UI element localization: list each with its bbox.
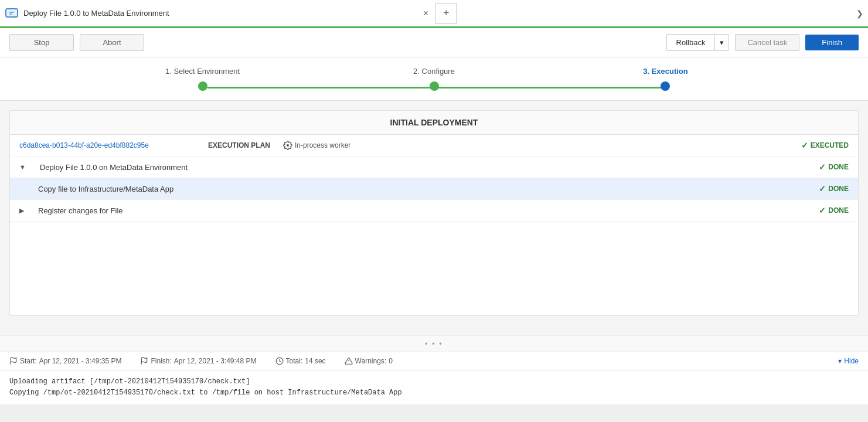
flag-finish-icon [140, 357, 148, 365]
close-icon[interactable]: × [423, 8, 428, 19]
finish-time-item: Finish: Apr 12, 2021 - 3:49:48 PM [140, 357, 256, 365]
execution-plan-label: EXECUTION PLAN [195, 141, 283, 149]
window-title: Deploy File 1.0.0 to MetaData Environmen… [23, 9, 423, 18]
total-time-item: Total: 14 sec [275, 357, 326, 365]
hide-label: Hide [844, 357, 859, 365]
empty-space [10, 222, 858, 315]
warnings-item: Warnings: 0 [345, 357, 393, 365]
start-time: Apr 12, 2021 - 3:49:35 PM [39, 357, 122, 365]
start-time-item: Start: Apr 12, 2021 - 3:49:35 PM [9, 357, 121, 365]
total-label: Total: [286, 357, 303, 365]
finish-label: Finish: [151, 357, 171, 365]
step-3: 3. Execution [550, 67, 781, 91]
hide-button[interactable]: ▾ Hide [838, 357, 859, 365]
step-1-label: 1. Select Environment [165, 67, 240, 76]
stop-button[interactable]: Stop [9, 34, 74, 51]
execution-id: c6da8cea-b013-44bf-a20e-ed4bf882c95e [19, 141, 195, 149]
copy-file-row-name: Copy file to Infrastructure/MetaData App [19, 185, 819, 193]
executed-status: ✓ EXECUTED [801, 141, 849, 150]
step-2-dot [430, 81, 439, 91]
chevron-down-icon: ▾ [838, 357, 842, 365]
deploy-row-name: Deploy File 1.0.0 on MetaData Environmen… [30, 163, 819, 172]
step-2-label: 2. Configure [413, 67, 455, 76]
done-label-2: DONE [828, 185, 849, 193]
worker-label: In-process worker [283, 141, 801, 150]
finish-button[interactable]: Finish [805, 35, 859, 50]
step-2: 2. Configure [318, 67, 550, 91]
check-icon-4: ✓ [819, 206, 826, 215]
total-time: 14 sec [305, 357, 325, 365]
step-1: 1. Select Environment [87, 67, 318, 91]
warning-icon [345, 357, 353, 365]
step-1-dot [198, 81, 207, 91]
title-bar: Deploy File 1.0.0 to MetaData Environmen… [0, 0, 868, 28]
register-done-status: ✓ DONE [819, 206, 849, 215]
log-area: Uploading artifact [/tmp/ot-20210412T154… [0, 370, 868, 404]
rollback-button[interactable]: Rollback [666, 34, 716, 51]
log-line-2: Copying /tmp/ot-20210412T154935170/check… [9, 387, 859, 399]
toolbar: Stop Abort Rollback ▾ Cancel task Finish [0, 28, 868, 57]
check-icon: ✓ [801, 141, 808, 150]
executed-label: EXECUTED [811, 141, 849, 149]
register-row-name: Register changes for File [29, 206, 819, 215]
main-content: INITIAL DEPLOYMENT c6da8cea-b013-44bf-a2… [0, 101, 868, 335]
done-label-3: DONE [828, 206, 849, 215]
add-tab-button[interactable]: + [435, 3, 457, 24]
expand-icon-2[interactable]: ▶ [19, 207, 24, 215]
log-line-1: Uploading artifact [/tmp/ot-20210412T154… [9, 376, 859, 387]
svg-rect-0 [6, 9, 18, 17]
copy-file-row: Copy file to Infrastructure/MetaData App… [10, 178, 858, 200]
register-row: ▶ Register changes for File ✓ DONE [10, 200, 858, 222]
copy-done-status: ✓ DONE [819, 184, 849, 193]
footer-bar: Start: Apr 12, 2021 - 3:49:35 PM Finish:… [0, 352, 868, 370]
step-3-label: 3. Execution [643, 67, 688, 76]
step-3-dot [661, 81, 670, 91]
chevron-right-icon: ❯ [856, 9, 863, 18]
deploy-icon [5, 6, 19, 21]
flag-icon [9, 357, 18, 365]
cancel-task-button[interactable]: Cancel task [735, 34, 799, 51]
footer-dots: • • • [0, 335, 868, 352]
gear-icon [283, 141, 292, 150]
check-icon-2: ✓ [819, 162, 826, 172]
deployment-header: INITIAL DEPLOYMENT [10, 111, 858, 135]
deploy-done-status: ✓ DONE [819, 162, 849, 172]
deploy-row: ▼ Deploy File 1.0.0 on MetaData Environm… [10, 156, 858, 178]
abort-button[interactable]: Abort [80, 34, 144, 51]
finish-time: Apr 12, 2021 - 3:49:48 PM [174, 357, 257, 365]
clock-icon [275, 357, 284, 365]
warnings-label: Warnings: [355, 357, 387, 365]
execution-header-row: c6da8cea-b013-44bf-a20e-ed4bf882c95e EXE… [10, 135, 858, 156]
deployment-box: INITIAL DEPLOYMENT c6da8cea-b013-44bf-a2… [9, 110, 859, 316]
rollback-group: Rollback ▾ [666, 34, 730, 51]
stepper: 1. Select Environment 2. Configure 3. Ex… [0, 57, 868, 101]
warnings-count: 0 [389, 357, 393, 365]
expand-icon[interactable]: ▼ [19, 164, 26, 171]
done-label-1: DONE [828, 163, 849, 171]
start-label: Start: [20, 357, 37, 365]
rollback-dropdown-button[interactable]: ▾ [715, 34, 729, 51]
check-icon-3: ✓ [819, 184, 826, 193]
